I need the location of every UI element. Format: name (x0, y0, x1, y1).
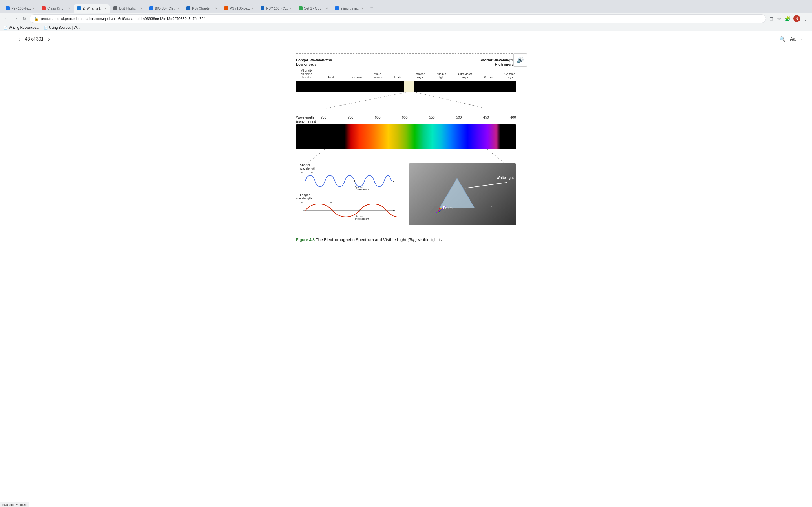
svg-marker-18 (440, 178, 474, 208)
tab-set1[interactable]: Set 1 - Goo... × (295, 4, 331, 13)
reader-toolbar: ☰ ‹ 43 of 301 › 🔍 Aa ← (0, 31, 812, 47)
wavelength-title: Wavelength (nanometres) (296, 115, 316, 123)
tab-bio30[interactable]: BIO 30 - Ch... × (146, 4, 183, 13)
tab-psy100c[interactable]: PSY 100 - C... × (257, 4, 295, 13)
tab-editflash-close[interactable]: × (140, 6, 142, 10)
bookmark-writing-label: Writing Resources... (9, 25, 39, 30)
svg-line-3 (488, 149, 505, 163)
shorter-arrow-left: ← (300, 171, 303, 174)
wl-650: 650 (375, 115, 380, 119)
wl-550: 550 (429, 115, 435, 119)
tab-stimulus-favicon (335, 6, 339, 10)
label-gamma: Gammarays (504, 72, 515, 79)
tab-bio30-label: BIO 30 - Ch... (155, 6, 175, 10)
bookmark-sources[interactable]: 📄 Using Sources | W... (44, 25, 80, 30)
prism-svg (430, 176, 484, 213)
label-aircraft: Aircraft/shippingbands (297, 69, 316, 79)
bookmark-sources-icon: 📄 (44, 25, 48, 30)
tab-psy100-close[interactable]: × (33, 6, 35, 10)
tab-psy100pe-close[interactable]: × (252, 6, 253, 10)
wavelength-numbers: 750 700 650 600 550 500 450 400 (320, 115, 516, 119)
bookmark-sources-label: Using Sources | W... (49, 25, 80, 30)
font-button[interactable]: Aa (790, 37, 796, 42)
tab-classking-favicon (42, 6, 46, 10)
menu-button[interactable]: ⋮ (802, 15, 809, 22)
tab-editflash[interactable]: Edit Flashc... × (110, 4, 146, 13)
white-light-label: White light (497, 176, 514, 180)
svg-text:of movement: of movement (355, 188, 369, 191)
return-button[interactable]: ← (800, 36, 805, 42)
tab-psy100c-favicon (260, 6, 264, 10)
reader-nav: ☰ ‹ 43 of 301 › (7, 35, 51, 44)
tab-psychapter-close[interactable]: × (215, 6, 217, 10)
url-bar[interactable]: 🔒 prod.reader-ui.prod.mheducation.com/ep… (30, 14, 766, 23)
tab-set1-close[interactable]: × (326, 6, 328, 10)
wl-500: 500 (456, 115, 462, 119)
tab-psy100[interactable]: Psy 100-Te... × (2, 4, 38, 13)
tab-classking[interactable]: Class King... × (38, 4, 73, 13)
label-television: Television (348, 75, 362, 79)
search-button[interactable]: 🔍 (779, 36, 785, 42)
label-xrays: X rays (484, 75, 493, 79)
tab-psy100-favicon (6, 6, 10, 10)
tab-classking-close[interactable]: × (68, 6, 70, 10)
back-button[interactable]: ← (3, 15, 10, 22)
toc-button[interactable]: ☰ (7, 35, 14, 44)
next-page-button[interactable]: › (47, 35, 51, 43)
extensions-button[interactable]: 🧩 (784, 15, 792, 22)
bottom-dashed-line (296, 230, 516, 230)
audio-icon: 🔊 (517, 57, 524, 63)
label-radar: Radar (394, 75, 403, 79)
visible-light-window (404, 80, 414, 92)
address-bar: ← → ↻ 🔒 prod.reader-ui.prod.mheducation.… (0, 13, 812, 24)
tab-whatist[interactable]: 2. What Is t... × (73, 4, 110, 13)
audio-button[interactable]: 🔊 (513, 53, 527, 67)
figure-caption: Figure 4.8 The Electromagnetic Spectrum … (296, 235, 516, 242)
bookmark-button[interactable]: ☆ (776, 15, 782, 22)
new-tab-button[interactable]: + (367, 2, 377, 13)
wl-750: 750 (320, 115, 326, 119)
shorter-wave-container: Shorterwavelength ← → (296, 163, 403, 191)
caption-text: Visible light is (418, 237, 442, 242)
profile-button[interactable]: N (794, 15, 800, 22)
tab-psychapter-favicon (186, 6, 190, 10)
cast-button[interactable]: ⊡ (768, 15, 774, 22)
prev-page-button[interactable]: ‹ (17, 35, 21, 43)
longer-wavelength-annotations: Longerwavelength (296, 193, 403, 200)
tab-psy100pe[interactable]: PSY100-pe... × (221, 4, 257, 13)
reload-button[interactable]: ↻ (21, 15, 28, 22)
rainbow-spectrum-bar (296, 124, 516, 149)
tab-bio30-close[interactable]: × (177, 6, 179, 10)
figure-label: Figure 4.8 (296, 237, 315, 242)
wl-700: 700 (348, 115, 353, 119)
label-ultraviolet: Ultravioletrays (458, 72, 472, 79)
tab-stimulus-label: stimulus m... (341, 6, 359, 10)
spectrum-header: Longer Wavelengths Low energy Shorter Wa… (296, 58, 516, 66)
zoom-lines (296, 92, 516, 109)
bookmark-writing[interactable]: 📄 Writing Resources... (3, 25, 39, 30)
tab-psy100pe-favicon (224, 6, 228, 10)
tab-stimulus[interactable]: stimulus m... × (332, 4, 366, 13)
bookmarks-bar: 📄 Writing Resources... 📄 Using Sources |… (0, 24, 812, 31)
shorter-arrow-right: → (310, 171, 313, 174)
toolbar-icons: ⊡ ☆ 🧩 N ⋮ (768, 15, 809, 22)
longer-arrow-right: → (330, 201, 333, 204)
header-right: Shorter Wavelengths High energy (479, 58, 516, 66)
tab-psy100c-close[interactable]: × (290, 6, 292, 10)
longer-wave-label: Longerwavelength (296, 193, 312, 200)
wl-450: 450 (483, 115, 489, 119)
tab-stimulus-close[interactable]: × (361, 6, 363, 10)
wave-diagrams-container: Shorterwavelength ← → (296, 163, 409, 225)
tab-psychapter[interactable]: PSYChapter... × (183, 4, 220, 13)
forward-button[interactable]: → (12, 15, 19, 22)
em-spectrum-bar (296, 80, 516, 92)
tab-set1-label: Set 1 - Goo... (304, 6, 324, 10)
bottom-section: Shorterwavelength ← → (296, 163, 516, 225)
label-radio: Radio (328, 75, 336, 79)
tab-whatist-close[interactable]: × (104, 6, 106, 10)
longer-arrow-left: ← (300, 201, 303, 204)
page-indicator: 43 of 301 (25, 37, 44, 42)
svg-line-1 (414, 92, 487, 109)
tab-psychapter-label: PSYChapter... (192, 6, 213, 10)
svg-text:of movement: of movement (355, 217, 369, 220)
